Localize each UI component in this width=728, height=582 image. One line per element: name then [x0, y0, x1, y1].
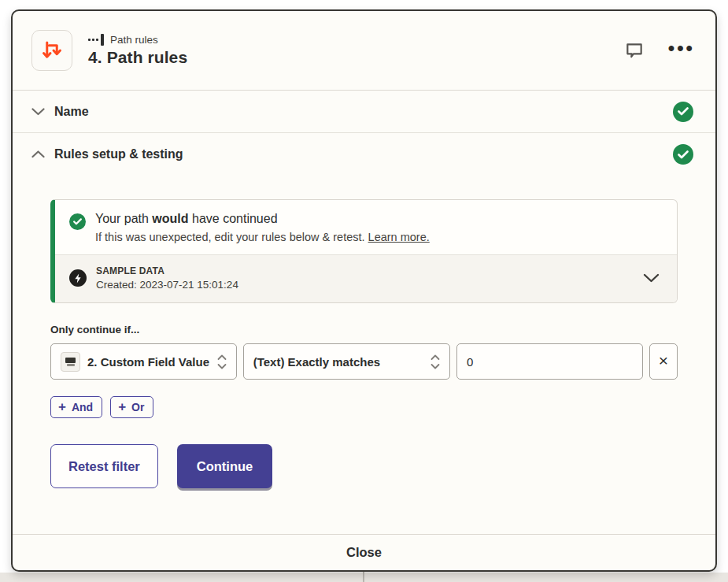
comment-button[interactable] [624, 40, 645, 61]
path-split-icon [40, 39, 64, 62]
checkmark-icon [73, 218, 82, 225]
app-logo-icon [61, 352, 80, 372]
retest-filter-button[interactable]: Retest filter [50, 444, 158, 488]
and-label: And [72, 401, 93, 413]
or-label: Or [131, 401, 144, 413]
test-result-card: Your path would have continued If this w… [50, 199, 678, 303]
zap-connector-line [363, 571, 364, 582]
path-rules-panel: Path rules 4. Path rules ••• Name Rules [11, 9, 717, 572]
result-subtext: If this was unexpected, edit your rules … [95, 231, 430, 243]
section-name-label: Name [54, 105, 89, 119]
condition-select-value: (Text) Exactly matches [253, 355, 380, 369]
field-select[interactable]: 2. Custom Field Value [50, 343, 237, 380]
add-condition-row: + And + Or [50, 396, 678, 418]
sample-created-timestamp: Created: 2023-07-21 15:01:24 [96, 279, 238, 291]
lightning-icon [69, 269, 87, 287]
remove-rule-button[interactable]: × [649, 343, 678, 380]
select-chevrons-icon [431, 354, 440, 369]
name-complete-badge [673, 102, 693, 122]
section-rules-label: Rules setup & testing [54, 147, 183, 161]
section-rules[interactable]: Rules setup & testing [13, 133, 715, 176]
select-chevrons-icon [217, 354, 227, 369]
chevron-down-icon [31, 108, 45, 116]
value-input[interactable]: 0 [456, 343, 643, 380]
learn-more-link[interactable]: Learn more. [368, 231, 430, 243]
add-or-condition-button[interactable]: + Or [110, 396, 153, 418]
checkmark-icon [678, 107, 689, 116]
only-continue-if-label: Only continue if... [50, 324, 678, 335]
chevron-up-icon [31, 150, 45, 158]
ellipsis-icon: ••• [668, 39, 695, 57]
section-name[interactable]: Name [13, 91, 715, 133]
rules-complete-badge [673, 144, 693, 165]
panel-footer: Close [13, 534, 715, 570]
close-x-icon: × [659, 351, 668, 370]
sample-data-label: SAMPLE DATA [96, 265, 238, 276]
sample-data-row[interactable]: SAMPLE DATA Created: 2023-07-21 15:01:24 [55, 255, 677, 302]
checkmark-icon [678, 150, 689, 159]
comment-icon [624, 40, 645, 61]
field-select-value: 2. Custom Field Value [87, 355, 209, 369]
value-input-text: 0 [467, 355, 473, 369]
success-badge [69, 213, 86, 230]
rules-section-content: Your path would have continued If this w… [13, 176, 715, 534]
close-button[interactable]: Close [346, 545, 382, 560]
more-options-button[interactable]: ••• [668, 39, 695, 62]
filter-step-icon [88, 34, 104, 46]
result-headline: Your path would have continued [95, 212, 430, 226]
add-and-condition-button[interactable]: + And [50, 396, 102, 418]
step-title: 4. Path rules [88, 48, 187, 67]
plus-icon: + [58, 400, 66, 415]
panel-header: Path rules 4. Path rules ••• [13, 11, 715, 91]
header-titles: Path rules 4. Path rules [88, 34, 187, 67]
app-label-row: Path rules [88, 34, 187, 46]
plus-icon: + [118, 400, 126, 415]
cta-row: Retest filter Continue [50, 444, 678, 488]
condition-select[interactable]: (Text) Exactly matches [243, 343, 450, 380]
rule-row: 2. Custom Field Value (Text) Exactly mat… [50, 343, 678, 380]
path-rules-app-tile [31, 30, 72, 71]
continue-button[interactable]: Continue [177, 444, 273, 488]
app-label: Path rules [110, 34, 158, 46]
chevron-down-icon[interactable] [643, 273, 660, 283]
test-result-message: Your path would have continued If this w… [55, 200, 677, 254]
